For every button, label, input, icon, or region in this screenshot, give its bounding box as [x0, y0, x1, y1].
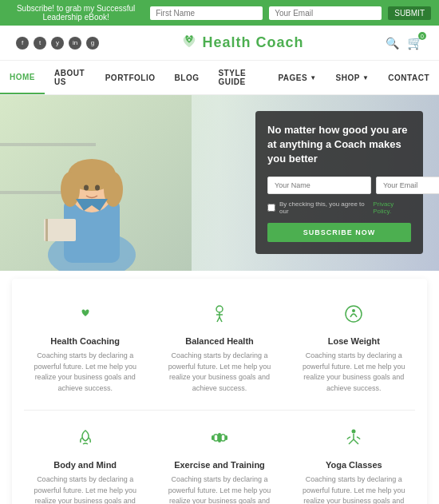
- service-health-coaching: Health Coaching Coaching starts by decla…: [24, 295, 146, 402]
- service-exercise-desc: Coaching starts by declaring a powerful …: [162, 474, 276, 504]
- service-balanced-health-desc: Coaching starts by declaring a powerful …: [162, 351, 276, 394]
- facebook-icon[interactable]: f: [16, 37, 29, 50]
- services-divider: [24, 410, 415, 411]
- svg-rect-13: [44, 219, 76, 241]
- hero-section: No matter how good you are at anything a…: [0, 95, 439, 271]
- nav-contact[interactable]: CONTACT: [378, 61, 439, 94]
- cart-icon[interactable]: 🛒 0: [407, 35, 423, 50]
- yoga-classes-icon: [297, 427, 411, 454]
- service-yoga-classes: Yoga Classes Coaching starts by declarin…: [293, 419, 415, 504]
- service-exercise-training: Exercise and Training Coaching starts by…: [158, 419, 280, 504]
- svg-point-9: [61, 172, 80, 207]
- svg-point-27: [352, 430, 356, 434]
- services-section: Health Coaching Coaching starts by decla…: [12, 279, 427, 504]
- top-bar: Subscribe! to grab my Successful Leaders…: [0, 0, 439, 26]
- topbar-email-input[interactable]: [269, 6, 382, 20]
- lose-weight-icon: [297, 303, 411, 330]
- heart-logo-icon: [180, 32, 198, 54]
- service-exercise-title: Exercise and Training: [162, 460, 276, 470]
- service-yoga-desc: Coaching starts by declaring a powerful …: [297, 474, 411, 504]
- cart-badge: 0: [418, 32, 426, 40]
- header: f t y in g Health Coach 🔍 🛒 0: [0, 26, 439, 60]
- hero-checkbox-input[interactable]: [267, 204, 275, 212]
- brand-logo: Health Coach: [180, 32, 303, 54]
- googleplus-icon[interactable]: g: [86, 37, 99, 50]
- hero-subscribe-button[interactable]: SUBSCRIBE NOW: [267, 223, 411, 242]
- hero-cta-box: No matter how good you are at anything a…: [255, 111, 423, 254]
- header-right: 🔍 🛒 0: [386, 35, 423, 50]
- youtube-icon[interactable]: y: [51, 37, 64, 50]
- twitter-icon[interactable]: t: [34, 37, 46, 50]
- service-balanced-health: Balanced Health Coaching starts by decla…: [158, 295, 280, 402]
- svg-point-0: [188, 39, 191, 42]
- brand: Health Coach: [180, 32, 303, 54]
- services-grid-row2: Body and Mind Coaching starts by declari…: [24, 419, 415, 504]
- svg-line-19: [220, 317, 222, 322]
- service-yoga-title: Yoga Classes: [297, 460, 411, 470]
- instagram-icon[interactable]: in: [69, 37, 81, 50]
- service-body-mind-desc: Coaching starts by declaring a powerful …: [28, 474, 142, 504]
- svg-rect-14: [45, 219, 48, 241]
- nav-about[interactable]: ABOUT US: [45, 61, 96, 94]
- body-mind-icon: [28, 427, 142, 454]
- pages-arrow-icon: ▼: [310, 74, 316, 81]
- nav-pages[interactable]: PAGES ▼: [268, 61, 326, 94]
- service-body-mind-title: Body and Mind: [28, 460, 142, 470]
- svg-rect-25: [212, 435, 214, 440]
- svg-rect-26: [225, 435, 227, 440]
- nav-blog[interactable]: BLOG: [165, 61, 209, 94]
- nav: HOME ABOUT US PORTFOLIO BLOG STYLE GUIDE…: [0, 60, 439, 95]
- hero-privacy-link[interactable]: Privacy Policy.: [373, 200, 411, 215]
- exercise-training-icon: [162, 427, 276, 454]
- topbar-firstname-input[interactable]: [150, 6, 263, 20]
- hero-woman-image: [0, 95, 192, 271]
- shop-arrow-icon: ▼: [362, 74, 369, 81]
- svg-point-21: [352, 309, 355, 312]
- hero-name-input[interactable]: [267, 177, 371, 194]
- nav-shop[interactable]: SHOP ▼: [326, 61, 379, 94]
- svg-point-11: [84, 185, 89, 191]
- topbar-text: Subscribe! to grab my Successful Leaders…: [8, 4, 144, 22]
- service-balanced-health-title: Balanced Health: [162, 336, 276, 346]
- svg-point-15: [216, 306, 223, 312]
- svg-point-12: [95, 185, 100, 191]
- svg-line-18: [217, 317, 220, 322]
- hero-email-input[interactable]: [376, 177, 439, 194]
- svg-rect-24: [221, 435, 225, 441]
- hero-privacy-checkbox: By checking this, you agree to our Priva…: [267, 200, 411, 215]
- service-body-mind: Body and Mind Coaching starts by declari…: [24, 419, 146, 504]
- hero-checkbox-text: By checking this, you agree to our: [279, 200, 369, 215]
- svg-point-10: [104, 172, 123, 207]
- topbar-submit-button[interactable]: SUBMIT: [388, 6, 431, 20]
- service-lose-weight: Lose Weight Coaching starts by declaring…: [293, 295, 415, 402]
- svg-rect-23: [214, 435, 218, 441]
- service-health-coaching-title: Health Coaching: [28, 336, 142, 346]
- social-icons: f t y in g: [16, 37, 99, 50]
- service-health-coaching-desc: Coaching starts by declaring a powerful …: [28, 351, 142, 394]
- svg-rect-3: [0, 143, 96, 146]
- services-grid: Health Coaching Coaching starts by decla…: [24, 295, 415, 402]
- hero-inputs: [267, 177, 411, 194]
- service-lose-weight-desc: Coaching starts by declaring a powerful …: [297, 351, 411, 394]
- nav-style-guide[interactable]: STYLE GUIDE: [208, 61, 268, 94]
- nav-home[interactable]: HOME: [0, 61, 45, 94]
- hero-title: No matter how good you are at anything a…: [267, 123, 411, 167]
- search-icon[interactable]: 🔍: [386, 37, 399, 50]
- brand-name: Health Coach: [202, 34, 303, 51]
- health-coaching-icon: [28, 303, 142, 330]
- balanced-health-icon: [162, 303, 276, 330]
- nav-portfolio[interactable]: PORTFOLIO: [96, 61, 165, 94]
- service-lose-weight-title: Lose Weight: [297, 336, 411, 346]
